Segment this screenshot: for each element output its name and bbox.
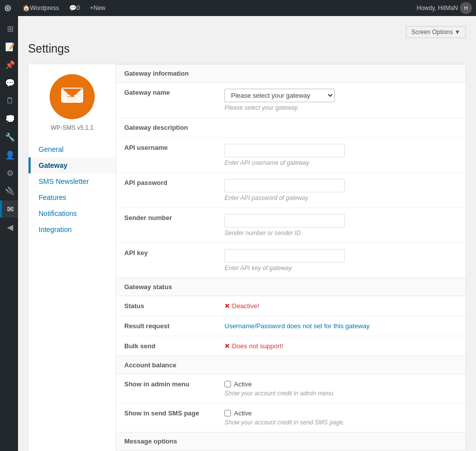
plugin-logo bbox=[50, 74, 95, 119]
api-key-row: API key Enter API key of gateway bbox=[116, 243, 465, 278]
plugin-sidebar: WP-SMS v5.1.1 General Gateway SMS Newsle… bbox=[28, 64, 116, 451]
sidebar-item-gateway[interactable]: Gateway bbox=[29, 157, 116, 173]
api-username-cell: Enter API username of gateway bbox=[216, 138, 465, 173]
sidebar-item-general[interactable]: General bbox=[29, 141, 116, 157]
sender-number-desc: Sender number or sender ID bbox=[224, 230, 457, 237]
api-password-desc: Enter API password of gateway bbox=[224, 194, 457, 201]
show-in-sms-row: Show in send SMS page Active Show your a… bbox=[116, 403, 465, 432]
status-label: Status bbox=[116, 296, 216, 316]
account-balance-table: Show in admin menu Active Show your acco… bbox=[116, 374, 465, 432]
status-x-icon: ✖ bbox=[224, 302, 230, 310]
sender-number-input[interactable] bbox=[224, 214, 345, 228]
nav-pages[interactable]: 🗒 bbox=[0, 92, 18, 109]
screen-options-button[interactable]: Screen Options ▼ bbox=[406, 26, 466, 38]
adminbar-items: 🏠 Wordpress 💬 0 + New bbox=[18, 0, 417, 16]
bulk-send-label: Bulk send bbox=[116, 336, 216, 356]
main-content: Screen Options ▼ Settings bbox=[18, 16, 476, 451]
nav-pin[interactable]: 📌 bbox=[0, 56, 18, 73]
sidebar-item-features[interactable]: Features bbox=[29, 189, 116, 205]
status-cell: ✖Deactive! bbox=[216, 296, 465, 316]
gateway-name-desc: Please select your gateway. bbox=[224, 104, 457, 111]
home-icon: 🏠 bbox=[23, 5, 30, 12]
nav-wpsms[interactable]: ✉ bbox=[0, 200, 18, 217]
nav-settings[interactable]: ⚙ bbox=[0, 164, 18, 181]
show-in-sms-checkbox[interactable] bbox=[224, 410, 231, 416]
nav-plugins[interactable]: 🔌 bbox=[0, 182, 18, 199]
nav-dashboard[interactable]: ⊞ bbox=[0, 20, 18, 37]
settings-layout: WP-SMS v5.1.1 General Gateway SMS Newsle… bbox=[28, 64, 466, 451]
show-in-admin-label: Show in admin menu bbox=[116, 374, 216, 403]
show-in-sms-checkbox-label[interactable]: Active bbox=[224, 409, 457, 417]
adminbar-comments[interactable]: 💬 0 bbox=[64, 0, 85, 16]
api-password-row: API password Enter API password of gatew… bbox=[116, 173, 465, 208]
plugin-version: WP-SMS v5.1.1 bbox=[51, 124, 93, 131]
nav-collapse[interactable]: ◀ bbox=[0, 218, 18, 236]
settings-main: Gateway information Gateway name Please … bbox=[116, 64, 466, 451]
api-username-row: API username Enter API username of gatew… bbox=[116, 138, 465, 173]
api-key-desc: Enter API key of gateway bbox=[224, 265, 457, 272]
sender-number-cell: Sender number or sender ID bbox=[216, 208, 465, 243]
adminbar-comments-count: 0 bbox=[77, 5, 80, 12]
comment-icon: 💬 bbox=[69, 5, 77, 12]
avatar: H bbox=[460, 2, 472, 14]
show-in-sms-desc: Show your account credit in send SMS pag… bbox=[224, 419, 457, 426]
sender-number-label: Sender number bbox=[116, 208, 216, 243]
show-in-sms-checkbox-text: Active bbox=[234, 409, 252, 417]
status-value: ✖Deactive! bbox=[224, 302, 259, 310]
sender-number-row: Sender number Sender number or sender ID bbox=[116, 208, 465, 243]
sidebar-item-notifications[interactable]: Notifications bbox=[29, 205, 116, 221]
nav-users[interactable]: 👤 bbox=[0, 146, 18, 163]
gateway-desc-cell bbox=[216, 118, 465, 138]
gateway-status-section-header: Gateway status bbox=[116, 278, 465, 296]
adminbar-right: Howdy, HitMaN H bbox=[417, 2, 472, 14]
api-password-label: API password bbox=[116, 173, 216, 208]
sidebar-item-integration[interactable]: Integration bbox=[29, 221, 116, 238]
api-password-input[interactable] bbox=[224, 179, 345, 192]
result-request-cell: Username/Password does not set for this … bbox=[216, 316, 465, 336]
api-key-cell: Enter API key of gateway bbox=[216, 243, 465, 278]
gateway-info-table: Gateway name Please select your gateway … bbox=[116, 83, 465, 278]
bulk-send-text: Does not support! bbox=[232, 342, 284, 350]
adminbar-wordpress-label: Wordpress bbox=[30, 5, 59, 12]
api-username-input[interactable] bbox=[224, 144, 345, 157]
nav-posts[interactable]: 📝 bbox=[0, 38, 18, 55]
show-in-admin-checkbox-text: Active bbox=[234, 380, 252, 388]
result-request-value: Username/Password does not set for this … bbox=[224, 322, 370, 330]
adminbar-new[interactable]: + New bbox=[85, 0, 110, 16]
show-in-sms-cell: Active Show your account credit in send … bbox=[216, 403, 465, 432]
bulk-send-row: Bulk send ✖Does not support! bbox=[116, 336, 465, 356]
bulk-send-value: ✖Does not support! bbox=[224, 342, 284, 350]
adminbar-new-label: New bbox=[94, 5, 106, 12]
show-in-admin-row: Show in admin menu Active Show your acco… bbox=[116, 374, 465, 403]
sidebar-item-sms-newsletter[interactable]: SMS Newsletter bbox=[29, 173, 116, 189]
api-key-input[interactable] bbox=[224, 249, 345, 263]
api-key-label: API key bbox=[116, 243, 216, 278]
status-text: Deactive! bbox=[232, 302, 259, 310]
adminbar-wordpress[interactable]: 🏠 Wordpress bbox=[18, 0, 64, 16]
api-password-cell: Enter API password of gateway bbox=[216, 173, 465, 208]
api-username-label: API username bbox=[116, 138, 216, 173]
show-in-admin-checkbox-label[interactable]: Active bbox=[224, 380, 457, 388]
nav-sms[interactable]: 💬 bbox=[0, 74, 18, 91]
admin-menu: ⊞ 📝 📌 💬 🗒 💭 🔧 👤 ⚙ 🔌 ✉ ◀ bbox=[0, 16, 18, 451]
screen-options-bar: Screen Options ▼ bbox=[28, 26, 466, 38]
wp-logo: ⊛ bbox=[4, 3, 12, 14]
show-in-sms-label: Show in send SMS page bbox=[116, 403, 216, 432]
page-title: Settings bbox=[28, 42, 466, 56]
plus-icon: + bbox=[90, 5, 93, 12]
gateway-status-table: Status ✖Deactive! Result request Usernam… bbox=[116, 296, 465, 356]
status-row: Status ✖Deactive! bbox=[116, 296, 465, 316]
gateway-name-select[interactable]: Please select your gateway bbox=[224, 89, 335, 102]
gateway-name-cell: Please select your gateway Please select… bbox=[216, 83, 465, 118]
nav-tools[interactable]: 🔧 bbox=[0, 128, 18, 145]
show-in-admin-checkbox[interactable] bbox=[224, 381, 231, 387]
message-options-section-header: Message options bbox=[116, 432, 465, 450]
show-in-admin-desc: Show your account credit in admin menu. bbox=[224, 390, 457, 397]
nav-comments[interactable]: 💭 bbox=[0, 110, 18, 127]
admin-bar: ⊛ 🏠 Wordpress 💬 0 + New Howdy, HitMaN H bbox=[0, 0, 476, 16]
show-in-admin-cell: Active Show your account credit in admin… bbox=[216, 374, 465, 403]
gateway-desc-label: Gateway description bbox=[116, 118, 216, 138]
adminbar-user: Howdy, HitMaN bbox=[417, 5, 458, 12]
account-balance-section-header: Account balance bbox=[116, 356, 465, 374]
plugin-logo-icon bbox=[60, 84, 85, 109]
